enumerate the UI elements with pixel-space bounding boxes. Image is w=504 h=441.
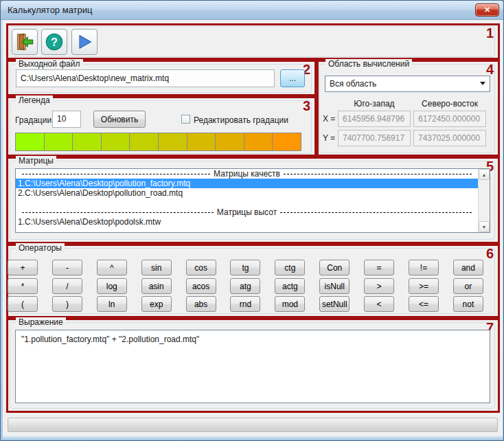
- quality-separator: Матрицы качеств: [16, 169, 478, 179]
- operator-row-2: * / log asin acos atg actg isNull > >= o…: [8, 278, 483, 294]
- calc-area-group-label: Область вычислений: [325, 59, 412, 69]
- operator-button[interactable]: >: [364, 278, 394, 294]
- close-icon: ✕: [484, 5, 490, 14]
- run-button[interactable]: [71, 29, 98, 55]
- legend-group-label: Легенда: [16, 95, 53, 105]
- operator-row-3: ( ) ln exp abs rnd mod setNull < <= not: [8, 296, 483, 312]
- gradations-label: Градации: [15, 115, 51, 125]
- operator-button[interactable]: +: [8, 260, 38, 275]
- calc-area-selected-option: Вся область: [330, 79, 376, 89]
- legend-color-cell: [158, 133, 187, 151]
- legend-gradient-bar: [16, 133, 301, 151]
- operator-button[interactable]: -: [52, 260, 82, 275]
- list-item-blank: [16, 198, 478, 207]
- svg-text:?: ?: [51, 36, 58, 48]
- y-southwest-field: 7407700.756917: [338, 130, 411, 146]
- chevron-down-icon: [480, 82, 485, 85]
- scroll-down-icon[interactable]: ▼: [479, 221, 490, 232]
- operator-button[interactable]: atg: [230, 278, 260, 294]
- window-bottom-frame: [3, 436, 503, 441]
- operator-button[interactable]: and: [453, 260, 483, 275]
- operator-button[interactable]: asin: [141, 278, 172, 294]
- update-button[interactable]: Обновить: [93, 111, 146, 128]
- expression-group-label: Выражение: [16, 317, 66, 327]
- operator-button[interactable]: mod: [275, 296, 305, 312]
- legend-color-cell: [101, 133, 130, 151]
- operator-button[interactable]: abs: [186, 296, 216, 312]
- operator-button[interactable]: or: [453, 278, 483, 294]
- calc-area-select[interactable]: Вся область: [325, 76, 490, 92]
- quality-header-label: Матрицы качеств: [214, 169, 280, 179]
- progress-bar: [8, 418, 498, 432]
- legend-color-cell: [44, 133, 73, 151]
- operator-button[interactable]: isNull: [319, 278, 350, 294]
- height-separator: Матрицы высот: [16, 207, 478, 217]
- operator-button[interactable]: setNull: [319, 296, 350, 312]
- operator-button[interactable]: actg: [275, 278, 305, 294]
- operator-button[interactable]: tg: [230, 260, 260, 275]
- door-exit-icon: [15, 32, 34, 52]
- operator-button[interactable]: >=: [409, 278, 439, 294]
- operator-button[interactable]: cos: [186, 260, 216, 275]
- operator-button[interactable]: not: [453, 296, 483, 312]
- list-item[interactable]: 1.C:\Users\Alena\Desktop\pollution_facto…: [16, 179, 478, 188]
- operator-button[interactable]: acos: [186, 278, 216, 294]
- play-icon: [75, 32, 94, 52]
- list-item[interactable]: 1.C:\Users\Alena\Desktop\podolsk.mtw: [16, 217, 478, 227]
- scroll-up-icon[interactable]: ▲: [479, 169, 490, 180]
- legend-color-cell: [272, 133, 301, 151]
- operator-button[interactable]: ln: [97, 296, 127, 312]
- app-window: Калькулятор матриц ✕ 1 ?: [0, 0, 504, 441]
- operator-button[interactable]: Con: [319, 260, 350, 275]
- expression-textarea[interactable]: "1.pollution_factory.mtq" + "2.pollution…: [15, 330, 490, 403]
- legend-color-cell: [15, 133, 45, 151]
- listbox-scrollbar[interactable]: ▲ ▼: [478, 169, 490, 232]
- matrices-group-label: Матрицы: [16, 156, 56, 166]
- operator-button[interactable]: (: [8, 296, 38, 312]
- operator-button[interactable]: ): [52, 296, 82, 312]
- operator-button[interactable]: /: [52, 278, 82, 294]
- x-label: X =: [323, 114, 335, 124]
- northeast-header: Северо-восток: [413, 99, 486, 109]
- operator-button[interactable]: ctg: [275, 260, 305, 275]
- edit-gradations-checkbox[interactable]: [181, 115, 190, 124]
- title-bar: Калькулятор матриц ✕: [1, 1, 504, 20]
- gradations-input[interactable]: 10: [52, 111, 81, 128]
- output-file-group-label: Выходной файл: [16, 59, 83, 69]
- operators-group-label: Операторы: [16, 243, 65, 253]
- legend-color-cell: [244, 133, 273, 151]
- legend-color-cell: [187, 133, 216, 151]
- operator-button[interactable]: <=: [409, 296, 439, 312]
- browse-button[interactable]: ...: [280, 69, 305, 87]
- operator-button[interactable]: sin: [141, 260, 172, 275]
- matrices-listbox[interactable]: Матрицы качеств 1.C:\Users\Alena\Desktop…: [15, 168, 490, 233]
- southwest-header: Юго-запад: [338, 99, 411, 109]
- operator-button[interactable]: <: [364, 296, 394, 312]
- output-file-path-field[interactable]: C:\Users\Alena\Desktop\new_matrix.mtq: [16, 69, 275, 87]
- exit-button[interactable]: [12, 29, 38, 55]
- x-southwest-field: 6145956.948796: [338, 111, 411, 127]
- operator-button[interactable]: log: [97, 278, 127, 294]
- legend-color-cell: [215, 133, 244, 151]
- dash-line: [280, 212, 472, 213]
- operator-button[interactable]: exp: [141, 296, 172, 312]
- operator-button[interactable]: ^: [97, 260, 127, 275]
- dash-line: [22, 174, 210, 174]
- x-northeast-field: 6172450.000000: [413, 111, 486, 127]
- dialog-content: 1 ? 2 Выходной файл: [3, 20, 503, 436]
- edit-gradations-label: Редактировать градации: [194, 115, 288, 125]
- dash-line: [284, 174, 472, 174]
- legend-color-cell: [72, 133, 102, 151]
- operator-button[interactable]: *: [8, 278, 38, 294]
- height-header-label: Матрицы высот: [217, 207, 277, 217]
- help-button[interactable]: ?: [41, 29, 67, 55]
- operator-button[interactable]: !=: [409, 260, 439, 275]
- legend-color-cell: [129, 133, 159, 151]
- list-item[interactable]: 2.C:\Users\Alena\Desktop\pollution_road.…: [16, 188, 478, 198]
- question-icon: ?: [45, 32, 64, 52]
- close-button[interactable]: ✕: [475, 3, 499, 16]
- operator-button[interactable]: =: [364, 260, 394, 275]
- window-title: Калькулятор матриц: [8, 5, 93, 15]
- y-label: Y =: [323, 133, 335, 143]
- operator-button[interactable]: rnd: [230, 296, 260, 312]
